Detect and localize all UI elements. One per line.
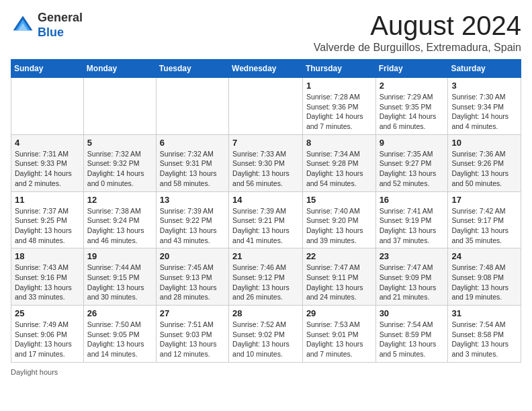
day-cell: 8Sunrise: 7:34 AM Sunset: 9:28 PM Daylig… <box>302 134 375 191</box>
calendar-title: August 2024 <box>314 11 521 40</box>
day-info: Sunrise: 7:45 AM Sunset: 9:13 PM Dayligh… <box>160 263 225 302</box>
day-number: 10 <box>451 138 517 148</box>
page-header: General Blue August 2024 Valverde de Bur… <box>11 11 521 54</box>
day-number: 7 <box>232 138 299 148</box>
day-number: 1 <box>306 81 372 91</box>
day-info: Sunrise: 7:36 AM Sunset: 9:26 PM Dayligh… <box>451 149 517 189</box>
day-cell <box>83 78 156 135</box>
day-cell: 3Sunrise: 7:30 AM Sunset: 9:34 PM Daylig… <box>448 78 521 135</box>
day-cell: 19Sunrise: 7:44 AM Sunset: 9:15 PM Dayli… <box>83 248 156 306</box>
day-info: Sunrise: 7:52 AM Sunset: 9:02 PM Dayligh… <box>232 320 299 359</box>
day-number: 3 <box>451 81 517 91</box>
day-info: Sunrise: 7:37 AM Sunset: 9:25 PM Dayligh… <box>15 206 80 246</box>
day-cell: 5Sunrise: 7:32 AM Sunset: 9:32 PM Daylig… <box>83 134 156 191</box>
day-info: Sunrise: 7:51 AM Sunset: 9:03 PM Dayligh… <box>160 320 225 359</box>
header-cell-wednesday: Wednesday <box>229 60 303 78</box>
day-cell: 1Sunrise: 7:28 AM Sunset: 9:36 PM Daylig… <box>302 78 375 135</box>
header-row: SundayMondayTuesdayWednesdayThursdayFrid… <box>11 60 521 78</box>
header-cell-sunday: Sunday <box>11 60 84 78</box>
day-number: 22 <box>306 251 372 261</box>
day-number: 16 <box>380 195 445 205</box>
title-area: August 2024 Valverde de Burguillos, Extr… <box>314 11 521 54</box>
day-info: Sunrise: 7:32 AM Sunset: 9:31 PM Dayligh… <box>160 149 225 189</box>
day-cell <box>156 78 228 135</box>
day-cell: 23Sunrise: 7:47 AM Sunset: 9:09 PM Dayli… <box>375 248 448 306</box>
day-cell <box>229 78 303 135</box>
day-info: Sunrise: 7:54 AM Sunset: 8:59 PM Dayligh… <box>380 320 445 359</box>
day-info: Sunrise: 7:49 AM Sunset: 9:06 PM Dayligh… <box>15 320 80 359</box>
day-cell: 16Sunrise: 7:41 AM Sunset: 9:19 PM Dayli… <box>375 191 448 248</box>
day-number: 21 <box>232 251 299 261</box>
day-number: 28 <box>232 308 299 318</box>
day-number: 23 <box>380 251 445 261</box>
day-info: Sunrise: 7:40 AM Sunset: 9:20 PM Dayligh… <box>306 206 372 246</box>
day-cell: 22Sunrise: 7:47 AM Sunset: 9:11 PM Dayli… <box>302 248 375 306</box>
day-number: 25 <box>15 308 80 318</box>
calendar-subtitle: Valverde de Burguillos, Extremadura, Spa… <box>314 42 521 54</box>
calendar-table: SundayMondayTuesdayWednesdayThursdayFrid… <box>11 59 521 363</box>
day-cell: 31Sunrise: 7:54 AM Sunset: 8:58 PM Dayli… <box>448 306 521 363</box>
day-number: 13 <box>160 195 225 205</box>
week-row-1: 1Sunrise: 7:28 AM Sunset: 9:36 PM Daylig… <box>11 78 521 135</box>
day-info: Sunrise: 7:29 AM Sunset: 9:35 PM Dayligh… <box>380 92 445 132</box>
calendar-header: SundayMondayTuesdayWednesdayThursdayFrid… <box>11 60 521 78</box>
day-info: Sunrise: 7:54 AM Sunset: 8:58 PM Dayligh… <box>451 320 517 359</box>
day-cell: 12Sunrise: 7:38 AM Sunset: 9:24 PM Dayli… <box>83 191 156 248</box>
day-info: Sunrise: 7:47 AM Sunset: 9:09 PM Dayligh… <box>380 263 445 302</box>
day-info: Sunrise: 7:53 AM Sunset: 9:01 PM Dayligh… <box>306 320 372 359</box>
day-cell: 13Sunrise: 7:39 AM Sunset: 9:22 PM Dayli… <box>156 191 228 248</box>
day-info: Sunrise: 7:32 AM Sunset: 9:32 PM Dayligh… <box>87 149 152 189</box>
day-cell: 26Sunrise: 7:50 AM Sunset: 9:05 PM Dayli… <box>83 306 156 363</box>
header-cell-tuesday: Tuesday <box>156 60 228 78</box>
week-row-5: 25Sunrise: 7:49 AM Sunset: 9:06 PM Dayli… <box>11 306 521 363</box>
day-info: Sunrise: 7:33 AM Sunset: 9:30 PM Dayligh… <box>232 149 299 189</box>
day-number: 4 <box>15 138 80 148</box>
day-cell: 9Sunrise: 7:35 AM Sunset: 9:27 PM Daylig… <box>375 134 448 191</box>
day-number: 18 <box>15 251 80 261</box>
daylight-label: Daylight hours <box>11 368 58 376</box>
day-cell: 30Sunrise: 7:54 AM Sunset: 8:59 PM Dayli… <box>375 306 448 363</box>
header-cell-monday: Monday <box>83 60 156 78</box>
week-row-2: 4Sunrise: 7:31 AM Sunset: 9:33 PM Daylig… <box>11 134 521 191</box>
day-cell: 25Sunrise: 7:49 AM Sunset: 9:06 PM Dayli… <box>11 306 84 363</box>
day-info: Sunrise: 7:47 AM Sunset: 9:11 PM Dayligh… <box>306 263 372 302</box>
day-cell: 6Sunrise: 7:32 AM Sunset: 9:31 PM Daylig… <box>156 134 228 191</box>
day-cell: 14Sunrise: 7:39 AM Sunset: 9:21 PM Dayli… <box>229 191 303 248</box>
day-cell: 24Sunrise: 7:48 AM Sunset: 9:08 PM Dayli… <box>448 248 521 306</box>
day-number: 26 <box>87 308 152 318</box>
header-cell-saturday: Saturday <box>448 60 521 78</box>
day-info: Sunrise: 7:43 AM Sunset: 9:16 PM Dayligh… <box>15 263 80 302</box>
day-cell: 10Sunrise: 7:36 AM Sunset: 9:26 PM Dayli… <box>448 134 521 191</box>
footer: Daylight hours <box>11 368 521 376</box>
day-number: 17 <box>451 195 517 205</box>
day-cell: 20Sunrise: 7:45 AM Sunset: 9:13 PM Dayli… <box>156 248 228 306</box>
day-number: 29 <box>306 308 372 318</box>
day-number: 24 <box>451 251 517 261</box>
day-info: Sunrise: 7:48 AM Sunset: 9:08 PM Dayligh… <box>451 263 517 302</box>
day-cell: 11Sunrise: 7:37 AM Sunset: 9:25 PM Dayli… <box>11 191 84 248</box>
day-info: Sunrise: 7:28 AM Sunset: 9:36 PM Dayligh… <box>306 92 372 132</box>
day-info: Sunrise: 7:39 AM Sunset: 9:21 PM Dayligh… <box>232 206 299 246</box>
day-info: Sunrise: 7:38 AM Sunset: 9:24 PM Dayligh… <box>87 206 152 246</box>
week-row-4: 18Sunrise: 7:43 AM Sunset: 9:16 PM Dayli… <box>11 248 521 306</box>
header-cell-thursday: Thursday <box>302 60 375 78</box>
day-number: 31 <box>451 308 517 318</box>
day-number: 14 <box>232 195 299 205</box>
day-info: Sunrise: 7:41 AM Sunset: 9:19 PM Dayligh… <box>380 206 445 246</box>
day-info: Sunrise: 7:34 AM Sunset: 9:28 PM Dayligh… <box>306 149 372 189</box>
day-cell: 27Sunrise: 7:51 AM Sunset: 9:03 PM Dayli… <box>156 306 228 363</box>
week-row-3: 11Sunrise: 7:37 AM Sunset: 9:25 PM Dayli… <box>11 191 521 248</box>
day-number: 19 <box>87 251 152 261</box>
calendar-body: 1Sunrise: 7:28 AM Sunset: 9:36 PM Daylig… <box>11 78 521 363</box>
logo-icon <box>11 13 35 38</box>
day-number: 8 <box>306 138 372 148</box>
day-cell: 15Sunrise: 7:40 AM Sunset: 9:20 PM Dayli… <box>302 191 375 248</box>
day-info: Sunrise: 7:35 AM Sunset: 9:27 PM Dayligh… <box>380 149 445 189</box>
day-cell: 28Sunrise: 7:52 AM Sunset: 9:02 PM Dayli… <box>229 306 303 363</box>
day-cell: 2Sunrise: 7:29 AM Sunset: 9:35 PM Daylig… <box>375 78 448 135</box>
day-cell: 4Sunrise: 7:31 AM Sunset: 9:33 PM Daylig… <box>11 134 84 191</box>
header-cell-friday: Friday <box>375 60 448 78</box>
day-info: Sunrise: 7:50 AM Sunset: 9:05 PM Dayligh… <box>87 320 152 359</box>
day-cell: 17Sunrise: 7:42 AM Sunset: 9:17 PM Dayli… <box>448 191 521 248</box>
day-number: 2 <box>380 81 445 91</box>
